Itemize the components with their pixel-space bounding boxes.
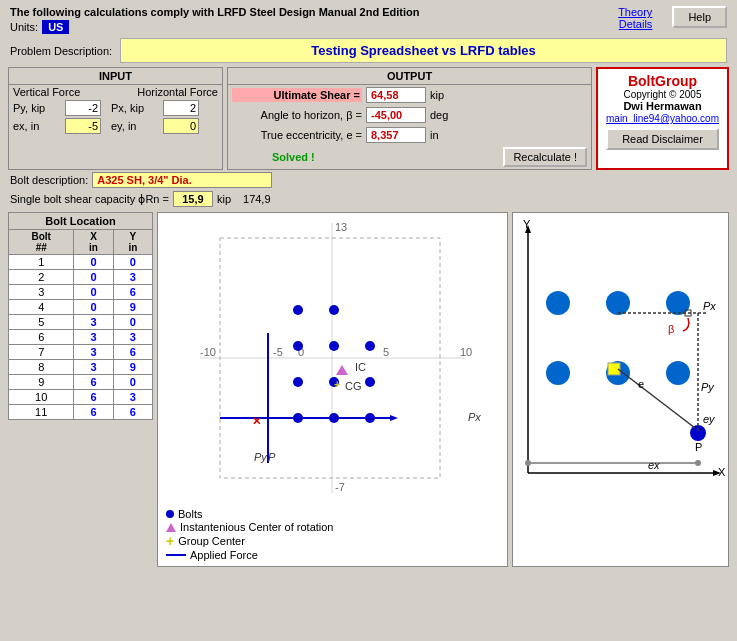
svg-text:5: 5 <box>383 346 389 358</box>
svg-text:-5: -5 <box>273 346 283 358</box>
y-axis-label: Y <box>523 218 531 230</box>
eccentricity-value: 8,357 <box>366 127 426 143</box>
boltgroup-email[interactable]: main_line94@yahoo.com <box>606 113 719 124</box>
diag-bolt-4 <box>546 361 570 385</box>
ic-marker <box>336 365 348 375</box>
table-row: 530 <box>9 315 153 330</box>
ey-input[interactable] <box>163 118 199 134</box>
eccentricity-unit: in <box>430 129 439 141</box>
bolt-8 <box>329 305 339 315</box>
table-row: 306 <box>9 285 153 300</box>
legend-force: Applied Force <box>190 549 258 561</box>
table-row: 203 <box>9 270 153 285</box>
ultimate-shear-unit: kip <box>430 89 444 101</box>
p-label: P <box>268 451 276 463</box>
compliance-text: The following calculations comply with L… <box>10 6 419 18</box>
bolt-shear-unit: kip <box>217 193 231 205</box>
diag-py-label: Py <box>701 381 715 393</box>
px-label: Px <box>468 411 481 423</box>
units-label: Units: <box>10 21 38 33</box>
table-row: 736 <box>9 345 153 360</box>
cg-label: CG <box>345 380 362 392</box>
diag-bolt-3 <box>666 291 690 315</box>
legend-ic: Instantenious Center of rotation <box>180 521 333 533</box>
units-value: US <box>42 20 69 34</box>
bolt-7 <box>329 341 339 351</box>
diag-ey-label: ey <box>703 413 716 425</box>
diag-bolt-6 <box>666 361 690 385</box>
bolt-2 <box>293 377 303 387</box>
ultimate-shear-value: 64,58 <box>366 87 426 103</box>
legend-force-icon <box>166 554 186 556</box>
table-row: 839 <box>9 360 153 375</box>
ey-label: ey, in <box>111 120 161 132</box>
diag-bolt-2 <box>606 291 630 315</box>
boltgroup-author: Dwi Hermawan <box>606 100 719 112</box>
diag-p-label: P <box>695 441 702 453</box>
diag-beta-arc <box>683 318 689 331</box>
bolt-shear-value: 15,9 <box>173 191 213 207</box>
recalculate-button[interactable]: Recalculate ! <box>503 147 587 167</box>
diag-beta-label: β <box>668 323 674 335</box>
horizontal-force-label: Horizontal Force <box>137 86 218 98</box>
angle-value: -45,00 <box>366 107 426 123</box>
legend-bolts: Bolts <box>178 508 202 520</box>
boltgroup-title: BoltGroup <box>606 73 719 89</box>
input-title: INPUT <box>9 68 222 85</box>
bolt-11 <box>365 341 375 351</box>
px-arrow <box>390 415 398 421</box>
px-label: Px, kip <box>111 102 161 114</box>
py-input[interactable] <box>65 100 101 116</box>
svg-text:-10: -10 <box>200 346 216 358</box>
bolt-col-num: Bolt## <box>9 230 74 255</box>
diag-ex-end <box>695 460 701 466</box>
ultimate-shear-label: Ultimate Shear = <box>232 88 362 102</box>
eccentricity-label: True eccentricity, e = <box>232 129 362 141</box>
help-button[interactable]: Help <box>672 6 727 28</box>
bolt-shear-label: Single bolt shear capacity ɸRn = <box>10 193 169 206</box>
table-row: 633 <box>9 330 153 345</box>
legend-ic-icon <box>166 523 176 532</box>
diag-px-label: Px <box>703 300 716 312</box>
px-input[interactable] <box>163 100 199 116</box>
solved-text: Solved ! <box>272 151 495 163</box>
problem-description: Testing Spreadsheet vs LRFD tables <box>120 38 727 63</box>
table-row: 409 <box>9 300 153 315</box>
output-title: OUTPUT <box>228 68 591 85</box>
vertical-force-label: Vertical Force <box>13 86 80 98</box>
table-row: 960 <box>9 375 153 390</box>
svg-text:13: 13 <box>335 221 347 233</box>
bolt-10 <box>365 377 375 387</box>
force-x-mark: ✕ <box>252 415 261 427</box>
table-row: 100 <box>9 255 153 270</box>
table-row: 1063 <box>9 390 153 405</box>
cg-marker: + <box>334 378 340 390</box>
bolt-table-title: Bolt Location <box>9 213 153 230</box>
bolt-desc-label: Bolt description: <box>10 174 88 186</box>
bolt-col-x: Xin <box>74 230 113 255</box>
details-link[interactable]: Details <box>619 18 653 30</box>
x-axis-label: X <box>718 466 726 478</box>
diag-ex-start <box>525 460 531 466</box>
bolt-3 <box>293 341 303 351</box>
ex-input[interactable] <box>65 118 101 134</box>
bolt-col-y: Yin <box>113 230 152 255</box>
bolt-4 <box>293 305 303 315</box>
angle-label: Angle to horizon, β = <box>232 109 362 121</box>
diag-bolt-1 <box>546 291 570 315</box>
legend-cg: Group Center <box>178 535 245 547</box>
py-label: Py, kip <box>13 102 63 114</box>
disclaimer-button[interactable]: Read Disclaimer <box>606 128 719 150</box>
py-label: Py <box>254 451 268 463</box>
diag-ex-label: ex <box>648 459 660 471</box>
legend-bolt-icon <box>166 510 174 518</box>
diag-e-label: e <box>638 378 644 390</box>
bolt-shear-value2: 174,9 <box>243 193 271 205</box>
table-row: 1166 <box>9 405 153 420</box>
theory-link[interactable]: Theory <box>618 6 652 18</box>
bolt-desc-value: A325 SH, 3/4" Dia. <box>92 172 272 188</box>
boltgroup-copyright: Copyright © 2005 <box>606 89 719 100</box>
ex-label: ex, in <box>13 120 63 132</box>
angle-unit: deg <box>430 109 448 121</box>
problem-label: Problem Description: <box>10 45 112 57</box>
